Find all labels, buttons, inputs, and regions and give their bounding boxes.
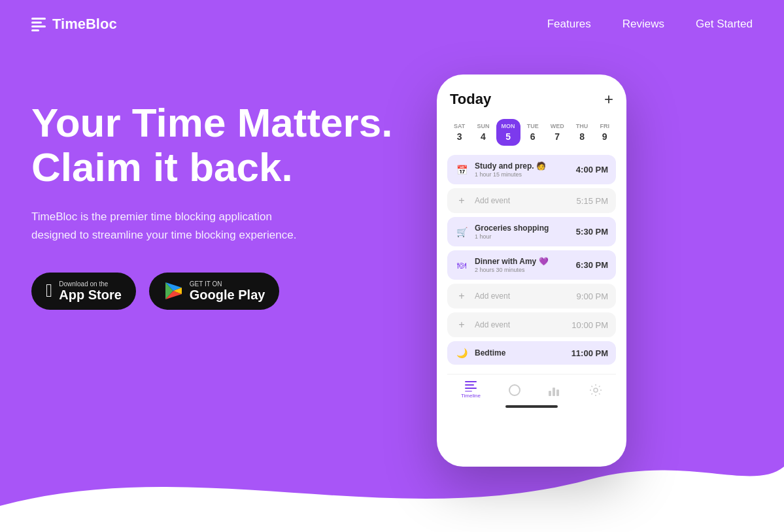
add-event-3[interactable]: + Add event 10:00 PM (447, 312, 616, 337)
phone-bottom-nav: Timeline (447, 374, 616, 399)
day-sat[interactable]: SAT 3 (449, 119, 470, 146)
day-selector: SAT 3 SUN 4 MON 5 TUE 6 (447, 119, 616, 146)
day-tue[interactable]: TUE 6 (522, 119, 544, 146)
day-mon[interactable]: MON 5 (496, 119, 520, 146)
day-wed[interactable]: WED 7 (545, 119, 570, 146)
svg-rect-9 (549, 391, 551, 396)
phone-screen: Today + SAT 3 SUN 4 MON 5 (437, 75, 626, 467)
stats-icon (549, 384, 562, 396)
event-list: 📅 Study and prep. 🧑 1 hour 15 minutes 4:… (447, 155, 616, 365)
day-thu[interactable]: THU 8 (571, 119, 594, 146)
page: TimeBloc Features Reviews Get Started Yo… (0, 0, 784, 532)
play-icon (163, 281, 183, 301)
app-store-button[interactable]:  Download on the App Store (31, 273, 136, 310)
svg-point-12 (594, 388, 598, 392)
bottom-nav-timeline[interactable]: Timeline (461, 381, 481, 399)
phone-add-button[interactable]: + (604, 90, 613, 108)
svg-rect-4 (465, 381, 477, 382)
bottom-nav-circle[interactable] (508, 384, 521, 397)
google-play-text: GET IT ON Google Play (190, 280, 265, 302)
timeline-icon (465, 381, 477, 391)
circle-icon (508, 384, 521, 397)
nav-reviews[interactable]: Reviews (622, 18, 664, 31)
event-groceries[interactable]: 🛒 Groceries shopping 1 hour 5:30 PM (447, 217, 616, 246)
hero-subtitle: TimeBloc is the premier time blocking ap… (31, 208, 306, 243)
add-icon-2: + (455, 290, 468, 302)
logo: TimeBloc (31, 16, 117, 33)
store-buttons:  Download on the App Store G (31, 273, 411, 310)
svg-point-8 (509, 385, 520, 395)
nav-features[interactable]: Features (547, 18, 591, 31)
nav-get-started[interactable]: Get Started (696, 18, 753, 31)
hero-text: Your Time Matters. Claim it back. TimeBl… (31, 88, 411, 310)
svg-rect-11 (556, 390, 559, 396)
svg-rect-10 (553, 388, 555, 396)
event-bedtime[interactable]: 🌙 Bedtime 11:00 PM (447, 341, 616, 365)
study-icon: 📅 (455, 165, 468, 175)
add-event-1[interactable]: + Add event 5:15 PM (447, 188, 616, 213)
event-study[interactable]: 📅 Study and prep. 🧑 1 hour 15 minutes 4:… (447, 155, 616, 184)
app-store-text: Download on the App Store (59, 280, 122, 302)
dinner-icon: 🍽 (455, 260, 468, 271)
add-icon-1: + (455, 195, 468, 207)
nav-links: Features Reviews Get Started (547, 18, 753, 31)
add-event-2[interactable]: + Add event 9:00 PM (447, 284, 616, 308)
day-fri[interactable]: FRI 9 (594, 119, 615, 146)
brand-name: TimeBloc (52, 16, 117, 33)
hero-title: Your Time Matters. Claim it back. (31, 101, 411, 190)
svg-rect-7 (465, 391, 472, 391)
phone-title: Today (450, 91, 491, 108)
phone-mockup: Today + SAT 3 SUN 4 MON 5 (437, 75, 626, 467)
event-dinner[interactable]: 🍽 Dinner with Amy 💜 2 hours 30 minutes 6… (447, 250, 616, 280)
svg-rect-6 (465, 388, 477, 389)
gear-icon (589, 384, 602, 397)
logo-icon (31, 18, 46, 31)
add-icon-3: + (455, 319, 468, 331)
groceries-icon: 🛒 (455, 227, 468, 237)
svg-rect-5 (465, 384, 474, 386)
phone-header: Today + (447, 90, 616, 108)
navbar: TimeBloc Features Reviews Get Started (0, 0, 784, 48)
hero-section: Your Time Matters. Claim it back. TimeBl… (0, 48, 784, 467)
bedtime-icon: 🌙 (455, 348, 468, 358)
day-sun[interactable]: SUN 4 (471, 119, 494, 146)
apple-icon:  (46, 282, 52, 300)
google-play-button[interactable]: GET IT ON Google Play (149, 273, 280, 310)
home-indicator (505, 405, 558, 408)
bottom-nav-stats[interactable] (549, 384, 562, 396)
bottom-nav-settings[interactable] (589, 384, 602, 397)
